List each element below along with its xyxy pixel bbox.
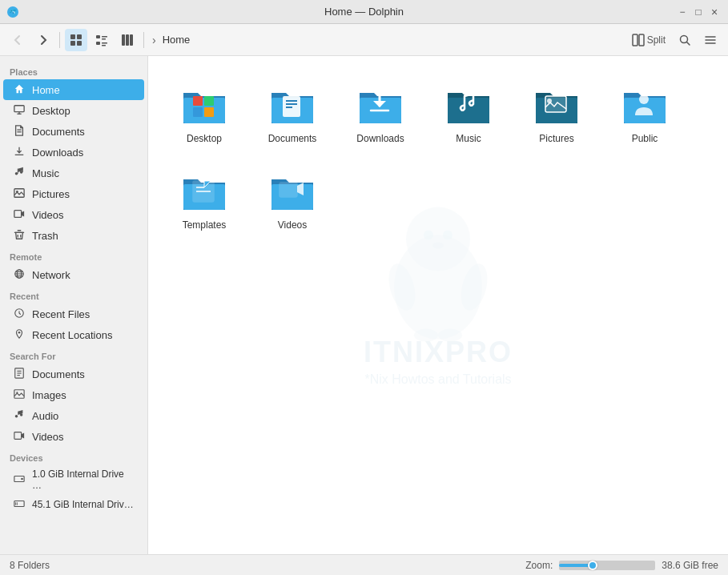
svg-rect-53 [14, 432, 22, 439]
maximize-button[interactable]: □ [691, 5, 706, 19]
sidebar-item-videos[interactable]: Videos [3, 204, 144, 225]
svg-point-64 [384, 261, 420, 314]
svg-rect-22 [14, 105, 24, 111]
sidebar-item-trash[interactable]: Trash [3, 225, 144, 246]
folder-count: 8 Folders [10, 560, 50, 571]
menu-button[interactable] [699, 29, 722, 51]
sidebar-documents-label: Documents [32, 126, 85, 138]
breadcrumb-home[interactable]: Home [159, 32, 194, 47]
search-documents-icon [13, 368, 26, 381]
svg-rect-6 [96, 35, 100, 38]
sidebar-item-pictures[interactable]: Pictures [3, 183, 144, 204]
sidebar-device-2-label: 45.1 GiB Internal Driv… [32, 499, 134, 510]
svg-rect-16 [639, 34, 644, 46]
sidebar: Places Home Desktop Documents Downloads [0, 56, 148, 554]
sidebar-item-recent-files[interactable]: Recent Files [3, 304, 144, 324]
view-icons-icon [70, 34, 82, 46]
sidebar-item-network[interactable]: Network [3, 264, 144, 285]
watermark-text: ITNIXPRO [364, 336, 513, 369]
folder-item-templates[interactable]: Templates [164, 159, 244, 237]
folder-item-pictures[interactable]: Pictures [517, 72, 597, 151]
toolbar: › Home Split [0, 24, 728, 56]
folder-item-music[interactable]: Music [428, 72, 509, 151]
templates-folder-icon [179, 165, 230, 216]
hamburger-icon [704, 34, 717, 46]
svg-point-87 [639, 94, 649, 104]
zoom-handle[interactable] [588, 561, 597, 570]
separator-2 [143, 32, 144, 48]
videos-folder-icon [267, 165, 318, 216]
folder-item-public[interactable]: Public [605, 72, 685, 151]
videos-folder-name: Videos [278, 219, 307, 231]
desktop-folder-name: Desktop [187, 133, 222, 144]
svg-point-28 [15, 172, 18, 175]
titlebar: 🐬 Home — Dolphin − □ × [0, 0, 728, 24]
network-icon [13, 268, 26, 282]
back-button[interactable] [6, 29, 29, 51]
zoom-slider[interactable] [559, 561, 655, 570]
sidebar-item-recent-locations[interactable]: Recent Locations [3, 324, 144, 345]
breadcrumb: › Home [152, 32, 193, 47]
svg-text:🐬: 🐬 [9, 8, 18, 18]
sidebar-item-documents[interactable]: Documents [3, 121, 144, 142]
svg-rect-34 [14, 210, 22, 217]
sidebar-item-search-audio[interactable]: Audio [3, 405, 144, 426]
svg-line-18 [687, 42, 690, 45]
pictures-folder-icon [531, 78, 582, 130]
svg-rect-70 [204, 96, 214, 106]
close-button[interactable]: × [707, 5, 722, 19]
documents-folder-icon [267, 78, 318, 130]
sidebar-item-music[interactable]: Music [3, 163, 144, 183]
pictures-icon [13, 187, 26, 201]
minimize-button[interactable]: − [675, 5, 690, 19]
svg-rect-11 [102, 45, 106, 46]
titlebar-left: 🐬 [6, 6, 19, 18]
desktop-folder-icon [179, 78, 230, 130]
public-folder-name: Public [632, 133, 658, 144]
search-images-icon [13, 388, 26, 402]
svg-rect-13 [126, 34, 129, 46]
view-details-button[interactable] [90, 29, 113, 51]
folder-item-documents[interactable]: Documents [252, 72, 332, 151]
music-folder-name: Music [456, 133, 481, 144]
toolbar-right: Split [627, 29, 722, 51]
recent-files-icon [13, 308, 26, 321]
sidebar-item-downloads[interactable]: Downloads [3, 142, 144, 163]
svg-rect-2 [70, 34, 75, 39]
folder-item-desktop[interactable]: Desktop [164, 72, 244, 151]
forward-button[interactable] [32, 29, 54, 51]
separator-1 [59, 32, 60, 48]
sidebar-item-desktop[interactable]: Desktop [3, 100, 144, 121]
svg-rect-14 [130, 34, 133, 46]
svg-point-52 [20, 413, 23, 416]
sidebar-item-search-images[interactable]: Images [3, 384, 144, 405]
recent-locations-icon [13, 328, 26, 342]
videos-icon [13, 208, 26, 222]
sidebar-item-search-documents[interactable]: Documents [3, 364, 144, 384]
view-icons-button[interactable] [65, 29, 87, 51]
svg-rect-8 [102, 38, 106, 40]
search-button[interactable] [674, 29, 696, 51]
split-button[interactable]: Split [627, 29, 670, 51]
svg-point-51 [15, 415, 18, 418]
sidebar-item-home[interactable]: Home [3, 79, 144, 100]
sidebar-desktop-label: Desktop [32, 105, 70, 117]
public-folder-icon [619, 78, 670, 130]
sidebar-trash-label: Trash [32, 230, 58, 242]
templates-folder-name: Templates [183, 219, 227, 231]
statusbar: 8 Folders Zoom: 38.6 GiB free [0, 554, 728, 575]
sidebar-item-device-1[interactable]: 1.0 GiB Internal Drive … [3, 465, 144, 494]
folder-item-downloads[interactable]: Downloads [340, 72, 420, 151]
view-columns-button[interactable] [116, 29, 139, 51]
home-icon [13, 83, 26, 97]
app-icon: 🐬 [6, 6, 19, 18]
sidebar-home-label: Home [32, 84, 60, 96]
sidebar-item-device-2[interactable]: 45.1 GiB Internal Driv… [3, 494, 144, 515]
sidebar-videos-label: Videos [32, 209, 64, 221]
downloads-folder-icon [355, 78, 406, 130]
folder-item-videos[interactable]: Videos [252, 159, 332, 237]
sidebar-item-search-videos[interactable]: Videos [3, 426, 144, 447]
content-area: ITNIXPRO *Nix Howtos and Tutorials Deskt… [148, 56, 728, 554]
svg-rect-72 [204, 107, 214, 117]
svg-point-67 [438, 329, 462, 342]
